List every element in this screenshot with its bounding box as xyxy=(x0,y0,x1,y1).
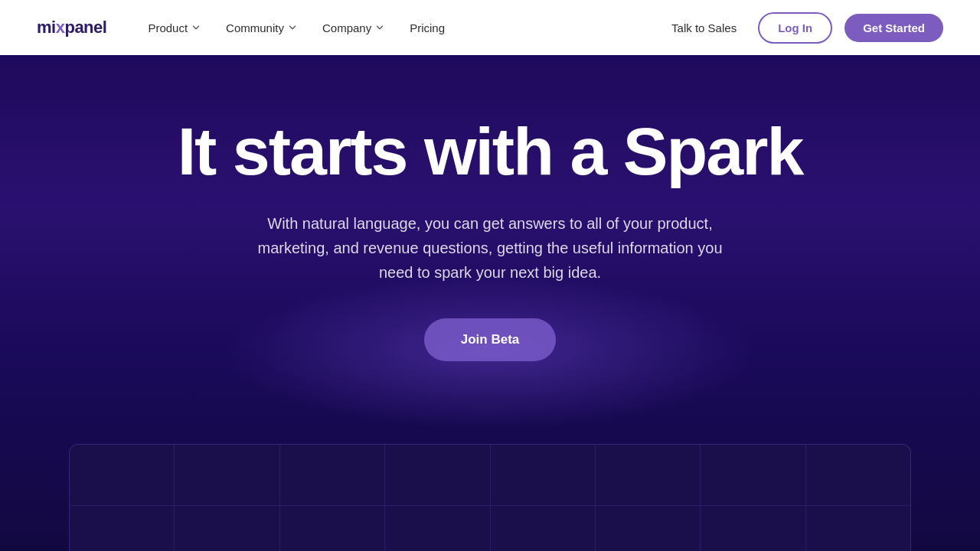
navbar: mixpanel Product Community Company xyxy=(0,0,980,55)
hero-section: It starts with a Spark With natural lang… xyxy=(0,55,980,551)
join-beta-button[interactable]: Join Beta xyxy=(424,318,557,361)
grid-cell xyxy=(701,445,805,506)
grid-cell xyxy=(70,445,174,506)
grid-column-2 xyxy=(175,445,279,551)
nav-item-pricing[interactable]: Pricing xyxy=(399,15,456,41)
grid-column-3 xyxy=(280,445,385,551)
grid-cell xyxy=(175,506,279,551)
login-button[interactable]: Log In xyxy=(758,12,832,44)
grid-cell xyxy=(385,445,489,506)
navbar-right: Talk to Sales Log In Get Started xyxy=(662,12,943,44)
hero-subtitle: With natural language, you can get answe… xyxy=(245,211,735,285)
grid-cell xyxy=(70,506,174,551)
grid-cell xyxy=(806,506,910,551)
nav-links: Product Community Company Pricing xyxy=(137,15,456,41)
nav-item-community[interactable]: Community xyxy=(215,15,309,41)
nav-item-product[interactable]: Product xyxy=(137,15,212,41)
get-started-button[interactable]: Get Started xyxy=(844,14,943,42)
talk-to-sales-link[interactable]: Talk to Sales xyxy=(662,15,746,41)
dashboard-preview xyxy=(69,444,911,551)
grid-cell xyxy=(701,506,805,551)
grid-column-5 xyxy=(491,445,596,551)
grid-cell xyxy=(491,445,595,506)
grid-cell xyxy=(280,506,384,551)
grid-cell xyxy=(596,445,700,506)
chevron-down-icon xyxy=(287,22,298,33)
logo-text: mixpanel xyxy=(37,18,106,37)
grid-cell xyxy=(385,506,489,551)
nav-item-company[interactable]: Company xyxy=(312,15,396,41)
grid-cell xyxy=(175,445,279,506)
chevron-down-icon xyxy=(191,22,201,33)
grid-column-6 xyxy=(596,445,701,551)
grid-column-7 xyxy=(701,445,805,551)
grid-cell xyxy=(491,506,595,551)
navbar-left: mixpanel Product Community Company xyxy=(37,15,456,41)
grid-column-4 xyxy=(385,445,490,551)
hero-title: It starts with a Spark xyxy=(178,116,803,187)
logo[interactable]: mixpanel xyxy=(37,18,106,37)
grid-cell xyxy=(280,445,384,506)
grid-column-8 xyxy=(806,445,910,551)
chevron-down-icon xyxy=(374,22,385,33)
grid-column-1 xyxy=(70,445,175,551)
grid-cell xyxy=(596,506,700,551)
grid-cell xyxy=(806,445,910,506)
